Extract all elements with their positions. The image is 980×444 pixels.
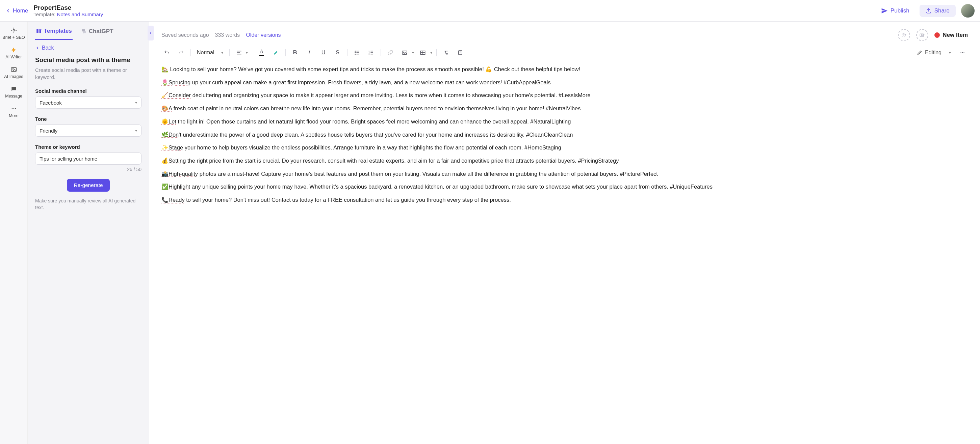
bolt-icon [11,46,17,53]
text: the right price from the start is crucia… [186,157,619,163]
text: photos are a must-have! Capture your hom… [198,171,658,177]
add-user-button[interactable] [898,29,910,41]
underline-button[interactable]: U [318,47,329,58]
svg-point-14 [355,54,356,55]
theme-input[interactable] [35,152,142,165]
text: decluttering and organizing your space t… [191,92,591,98]
link-button[interactable] [385,47,396,58]
share-label: Share [934,8,950,14]
paragraph: ✅Highlight any unique selling points you… [161,182,958,191]
italic-button[interactable]: I [304,47,315,58]
spell-marked: ✨Stage [161,144,183,151]
spell-marked: 🌞Let [161,119,176,125]
rail-label: Message [5,94,22,98]
home-link[interactable]: Home [5,8,28,14]
user-plus-icon [901,32,907,38]
redo-icon [178,49,184,56]
clear-format-button[interactable] [441,47,452,58]
paragraph: 🎨A fresh coat of paint in neutral colors… [161,104,958,113]
panel-description: Create social media post with a theme or… [35,67,142,81]
spell-marked: 🌷Sprucing [161,79,191,86]
rail-ai-images[interactable]: AI Images [0,66,27,79]
svg-rect-8 [40,29,41,33]
templates-icon [36,28,42,34]
highlight-button[interactable] [270,47,281,58]
bullet-list-button[interactable] [352,47,362,58]
svg-rect-7 [38,29,40,33]
svg-point-9 [903,33,905,35]
more-button[interactable] [957,47,968,58]
select-channel[interactable]: Facebook ▾ [35,97,142,109]
paragraph: 🏡 Looking to sell your home? We've got y… [161,65,958,74]
target-icon [11,27,17,34]
template-name[interactable]: Notes and Summary [57,11,103,17]
send-icon [881,8,888,14]
text-color-button[interactable]: A [256,47,267,58]
share-button[interactable]: Share [920,5,956,17]
avatar[interactable] [961,4,975,17]
editing-label: Editing [925,49,942,56]
panel-heading: Social media post with a theme [35,56,142,64]
add-media-button[interactable] [916,29,928,41]
tab-chatgpt[interactable]: ChatGPT [80,24,114,40]
redo-button[interactable] [176,47,186,58]
image-button[interactable] [399,47,410,58]
panel-tabs: Templates ChatGPT [35,24,142,40]
svg-point-13 [355,52,356,53]
chevron-down-icon[interactable]: ▾ [430,50,432,55]
document-body[interactable]: 🏡 Looking to sell your home? We've got y… [161,65,968,208]
svg-rect-6 [37,29,38,33]
separator [229,49,230,56]
spell-marked: 💰Setting [161,157,186,163]
collapse-panel-button[interactable] [148,25,154,41]
italic-icon: I [308,49,310,56]
paragraph: 🌷Sprucing up your curb appeal can make a… [161,78,958,87]
editor-status-bar: Saved seconds ago 333 words Older versio… [161,29,968,41]
undo-button[interactable] [161,47,172,58]
chevron-down-icon[interactable]: ▾ [412,50,414,55]
tab-templates[interactable]: Templates [35,24,73,40]
editing-mode-select[interactable]: Editing ▾ [917,49,951,56]
separator [380,49,381,56]
bullet-list-icon [354,49,360,56]
rail-label: Brief + SEO [2,35,25,40]
chevron-down-icon[interactable]: ▾ [246,50,248,55]
undo-icon [164,49,170,56]
older-versions-link[interactable]: Older versions [246,32,281,38]
paragraph: 📸High-quality photos are a must-have! Ca… [161,170,958,179]
select-channel-value: Facebook [40,100,62,106]
tab-templates-label: Templates [44,28,72,35]
separator [436,49,437,56]
svg-text:3: 3 [368,53,369,55]
back-button[interactable]: Back [35,40,142,56]
svg-point-11 [921,35,923,36]
paragraph: 🧹Consider decluttering and organizing yo… [161,91,958,100]
numbered-list-icon: 123 [368,49,374,56]
rail-brief-seo[interactable]: Brief + SEO [0,27,27,40]
select-tone[interactable]: Friendly ▾ [35,125,142,136]
publish-label: Publish [891,8,909,14]
publish-button[interactable]: Publish [876,5,914,17]
strike-button[interactable]: S [332,47,343,58]
paragraph-format-select[interactable]: Normal ▾ [195,49,225,56]
chevron-down-icon: ▾ [949,50,951,55]
rail-message[interactable]: Message [0,86,27,98]
notes-button[interactable] [455,47,466,58]
regenerate-button[interactable]: Re-generate [67,179,110,192]
new-item-indicator[interactable]: New Item [934,32,968,38]
rail-more[interactable]: More [0,105,27,118]
text-color-icon: A [259,49,263,56]
back-label: Back [42,45,54,51]
align-button[interactable] [234,47,245,58]
bold-button[interactable]: B [290,47,301,58]
text: up your curb appeal can make a great fir… [191,79,551,86]
rail-ai-writer[interactable]: AI Writer [0,46,27,59]
dots-icon [11,105,17,112]
table-icon [420,49,426,56]
svg-rect-18 [402,51,407,55]
numbered-list-button[interactable]: 123 [366,47,377,58]
spell-marked: 🎨A [161,105,172,111]
pencil-icon [917,50,922,56]
separator [285,49,286,56]
table-button[interactable] [417,47,428,58]
